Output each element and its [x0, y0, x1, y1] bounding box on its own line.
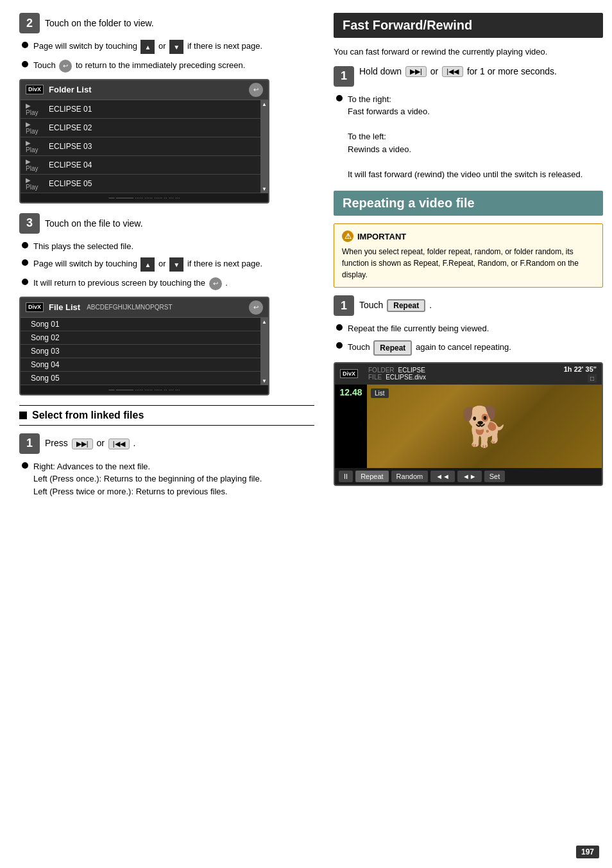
step2-badge: 2 [19, 13, 40, 33]
folder-label: FOLDER [368, 367, 395, 374]
step2-row: 2 Touch on the folder to view. [19, 13, 314, 33]
repeat-bullet1-text: Repeat the file currently being viewed. [348, 322, 489, 335]
step1-touch-row: 1 Touch Repeat . [334, 295, 603, 316]
bullet-text-1: Page will switch by touching ▲ or ▼ if t… [33, 40, 262, 54]
touch-period: . [429, 300, 432, 310]
repeat-btn-label-2[interactable]: Repeat [373, 340, 412, 356]
file-scroll-up-icon[interactable]: ▲ [262, 319, 267, 325]
divx-logo-video: DivX [340, 369, 358, 379]
fast-forward-desc: You can fast forward or rewind the curre… [334, 46, 603, 58]
touch-label-2: Touch [348, 342, 370, 352]
rwd-btn-press[interactable]: |◀◀ [108, 438, 130, 449]
file-row-5[interactable]: Song 05 [21, 372, 260, 385]
list-button[interactable]: List [371, 388, 389, 398]
folder-row-3[interactable]: ▶ Play ECLIPSE 03 [21, 137, 260, 156]
step1-press-row: 1 Press ▶▶| or |◀◀ . [19, 433, 314, 454]
dog-image [367, 385, 602, 468]
video-main-area: 12.48 List [335, 385, 602, 468]
bullet-dot-r1 [336, 95, 343, 101]
fwd-btn-press[interactable]: ▶▶| [72, 438, 93, 449]
bullet-text-5: It will return to previous screen by tou… [33, 277, 228, 290]
step1-press-badge: 1 [19, 433, 40, 454]
return-icon[interactable]: ↩ [59, 60, 72, 73]
file-row-1[interactable]: Song 01 [21, 318, 260, 331]
folder-row-4[interactable]: ▶ Play ECLIPSE 04 [21, 156, 260, 175]
folder-name-5: ECLIPSE 05 [49, 179, 255, 188]
bullet-text-3: This plays the selected file. [33, 240, 133, 253]
folder-name-3: ECLIPSE 03 [49, 142, 255, 151]
folder-name-1: ECLIPSE 01 [49, 105, 255, 114]
arrow-down-icon[interactable]: ▼ [169, 40, 183, 54]
press-label: Press [45, 438, 68, 448]
bullet4-or: or [158, 259, 166, 269]
fast-forward-header: Fast Forward/Rewind [334, 13, 603, 38]
bullet-touch-return: Touch ↩ to return to the immediately pre… [19, 59, 314, 73]
prev-btn[interactable]: ◄◄ [430, 471, 455, 482]
file-abc: ABCDEFGHIJKLMNOPQRST [87, 304, 249, 311]
file-row-3[interactable]: Song 03 [21, 345, 260, 358]
step2-text: Touch on the folder to view. [45, 18, 154, 28]
scroll-down-icon[interactable]: ▼ [262, 186, 267, 192]
folder-rows-list: ▶ Play ECLIPSE 01 ▶ Play ECLIPSE 02 ▶ Pl… [21, 100, 260, 193]
or-label: or [96, 438, 104, 448]
file-name-3: Song 03 [31, 347, 255, 356]
important-text: When you select repeat, folder repeat, r… [342, 246, 595, 281]
bullet2-text1: Touch [33, 60, 56, 70]
file-list-title: File List [49, 302, 80, 312]
arrow-up-icon[interactable]: ▲ [140, 40, 155, 54]
file-rows-list: Song 01 Song 02 Song 03 Song 04 Song 05 [21, 318, 260, 385]
linked-section-title: Select from linked files [32, 410, 144, 421]
video-top-bar: DivX FOLDER ECLIPSE FILE ECLIPSE.divx 1h… [335, 363, 602, 385]
repeat-ctrl-btn[interactable]: Repeat [355, 471, 388, 482]
scroll-up-icon[interactable]: ▲ [262, 101, 267, 107]
video-thumbnail: List [367, 385, 602, 468]
fwd-btn-hold[interactable]: ▶▶| [405, 66, 427, 77]
video-folder-line: FOLDER ECLIPSE [368, 367, 559, 374]
file-scrollbar[interactable]: ▲ ▼ [260, 318, 268, 385]
next-btn[interactable]: ◄► [457, 471, 482, 482]
pause-btn[interactable]: II [339, 471, 353, 482]
file-row-2[interactable]: Song 02 [21, 331, 260, 345]
counter-value: 12.48 [339, 387, 362, 397]
file-row-4[interactable]: Song 04 [21, 358, 260, 372]
video-right-info: 1h 22' 35" □ [564, 365, 597, 383]
arrow-down-icon-2[interactable]: ▼ [169, 257, 183, 272]
folder-back-btn[interactable]: ↩ [249, 83, 263, 97]
return-icon-2[interactable]: ↩ [209, 277, 222, 290]
video-counter: 12.48 [335, 385, 367, 468]
file-scroll-down-icon[interactable]: ▼ [262, 378, 267, 384]
hold-text1: Hold down [359, 66, 402, 76]
rewinds-label: Rewinds a video. [348, 144, 411, 154]
step3-badge: 3 [19, 213, 40, 234]
warning-icon: ⚠ [342, 230, 353, 242]
file-name-2: Song 02 [31, 333, 255, 342]
bullet2-text2: to return to the immediately preceding s… [76, 60, 245, 70]
important-header: ⚠ IMPORTANT [342, 230, 595, 242]
folder-row-5[interactable]: ▶ Play ECLIPSE 05 [21, 175, 260, 193]
rwd-btn-hold[interactable]: |◀◀ [442, 66, 463, 77]
folder-scrollbar[interactable]: ▲ ▼ [260, 100, 268, 193]
important-box: ⚠ IMPORTANT When you select repeat, fold… [334, 223, 603, 288]
repeat-btn-label[interactable]: Repeat [387, 299, 425, 312]
right-advances-text: Right: Advances to the next file. Left (… [33, 460, 262, 498]
folder-row-1[interactable]: ▶ Play ECLIPSE 01 [21, 100, 260, 119]
touch-label: Touch [359, 300, 383, 310]
file-name-4: Song 04 [31, 360, 255, 369]
file-footer: — ——— ····· ····· ····· ·· ··· ··· [21, 385, 268, 394]
random-btn[interactable]: Random [391, 471, 429, 482]
arrow-up-icon-2[interactable]: ▲ [140, 257, 155, 272]
folder-row-2[interactable]: ▶ Play ECLIPSE 02 [21, 119, 260, 137]
file-label: FILE [368, 374, 382, 381]
bullet1-or: or [158, 41, 166, 51]
folder-name-4: ECLIPSE 04 [49, 161, 255, 169]
file-back-btn[interactable]: ↩ [249, 300, 263, 315]
set-btn[interactable]: Set [484, 471, 506, 482]
repeat-bullet2-text: Touch Repeat again to cancel repeating. [348, 340, 511, 356]
step1-hold-text: Hold down ▶▶| or |◀◀ for 1 or more secon… [359, 66, 557, 78]
step1-hold-badge: 1 [334, 66, 354, 87]
to-right-label: To the right: [348, 94, 391, 104]
bullet-return-previous: It will return to previous screen by tou… [19, 277, 314, 290]
bullet-dot-rp2 [336, 342, 343, 349]
bullet-dot-rp1 [336, 324, 343, 331]
video-file-line: FILE ECLIPSE.divx [368, 374, 559, 381]
